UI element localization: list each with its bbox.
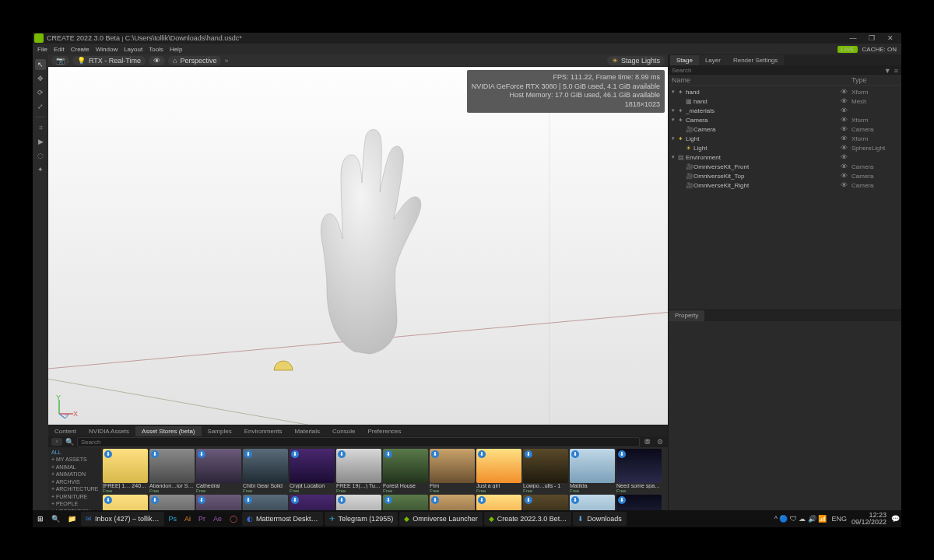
menu-window[interactable]: Window — [96, 46, 118, 53]
download-icon[interactable]: ⬇ — [478, 450, 486, 458]
settings-icon[interactable]: ⚙ — [655, 438, 665, 446]
move-tool[interactable]: ✥ — [35, 73, 46, 84]
taskbar-item[interactable]: ✉Inbox (427) – tollik… — [81, 512, 164, 526]
view-menu[interactable]: 👁 — [149, 56, 165, 65]
camera-menu[interactable]: 📷 — [51, 56, 69, 65]
tree-row[interactable]: ▾✦hand👁Xform — [669, 87, 901, 96]
download-icon[interactable]: ⬇ — [291, 496, 299, 504]
taskbar-item[interactable]: ⊞ — [34, 512, 47, 526]
asset-card[interactable]: ⬇MatildaFree — [570, 449, 615, 493]
asset-grid[interactable]: ⬇[FREE] 1… 240k GTFree⬇Abandon…lor Scene… — [101, 447, 668, 518]
stage-tree[interactable]: ▾✦hand👁Xform ▦hand👁Mesh▾✦_materials👁▾✦Ca… — [669, 86, 901, 191]
download-icon[interactable]: ⬇ — [525, 450, 532, 458]
taskbar-item[interactable]: ◆Create 2022.3.0 Bet… — [484, 512, 572, 526]
tree-row[interactable]: ▦hand👁Mesh — [669, 96, 901, 106]
download-icon[interactable]: ⬇ — [291, 450, 299, 458]
tab-layer[interactable]: Layer — [699, 55, 727, 65]
tree-row[interactable]: ▾✦_materials👁 — [669, 106, 901, 115]
download-icon[interactable]: ⬇ — [151, 450, 159, 458]
download-icon[interactable]: ⬇ — [431, 496, 439, 504]
download-icon[interactable]: ⬇ — [478, 496, 486, 504]
taskbar-item[interactable]: ◆Omniverse Launcher — [399, 512, 483, 526]
tree-row[interactable]: ▾✦Camera👁Xform — [669, 115, 901, 124]
asset-card[interactable]: ⬇[FREE] 1… 240k GTFree — [103, 449, 148, 493]
download-icon[interactable]: ⬇ — [198, 450, 205, 458]
tree-row[interactable]: ▾✦Light👁Xform — [669, 134, 901, 143]
download-icon[interactable]: ⬇ — [618, 496, 626, 504]
misc-tool-1[interactable]: ◌ — [35, 150, 46, 161]
taskbar-item[interactable]: ◐Mattermost Deskt… — [242, 512, 323, 526]
asset-card[interactable]: ⬇CathedralFree — [196, 449, 241, 493]
filter-icon[interactable]: ⛃ — [643, 438, 652, 446]
stage-search-input[interactable] — [672, 67, 884, 74]
download-icon[interactable]: ⬇ — [104, 450, 112, 458]
play-tool[interactable]: ▶ — [35, 136, 46, 147]
tab-nvidia[interactable]: NVIDIA Assets — [83, 426, 135, 436]
asset-card[interactable]: ⬇Abandon…lor SceneFree — [149, 449, 195, 493]
tree-row[interactable]: 🎥OmniverseKit_Top👁Camera — [669, 171, 901, 180]
tab-asset-stores[interactable]: Asset Stores (beta) — [135, 426, 201, 436]
tab-materials[interactable]: Materials — [289, 426, 326, 436]
asset-card[interactable]: ⬇FREE 19(…) TurboFree — [336, 449, 381, 493]
tab-property[interactable]: Property — [669, 310, 704, 321]
cache-indicator[interactable]: CACHE: ON — [862, 46, 897, 53]
titlebar[interactable]: CREATE 2022.3.0 Beta | C:\Users\tollik\D… — [33, 33, 901, 44]
asset-search-input[interactable] — [77, 437, 640, 447]
tree-row[interactable]: 🎥Camera👁Camera — [669, 124, 901, 134]
download-icon[interactable]: ⬇ — [338, 496, 346, 504]
tab-samples[interactable]: Samples — [202, 426, 238, 436]
light-gizmo[interactable] — [272, 356, 294, 372]
taskbar-item[interactable]: Pr — [195, 512, 209, 526]
tree-row[interactable]: 🎥OmniverseKit_Front👁Camera — [669, 162, 901, 171]
download-icon[interactable]: ⬇ — [618, 450, 626, 458]
download-icon[interactable]: ⬇ — [384, 496, 392, 504]
tab-preferences[interactable]: Preferences — [361, 426, 407, 436]
axis-gizmo[interactable]: Y X Z — [54, 395, 78, 418]
taskbar-item[interactable]: Ps — [166, 512, 181, 526]
options-icon[interactable]: ≡ — [894, 67, 898, 75]
download-icon[interactable]: ⬇ — [244, 496, 252, 504]
os-taskbar[interactable]: ⊞🔍📁✉Inbox (427) – tollik…PsAiPrAe◯◐Matte… — [33, 510, 901, 527]
render-mode-menu[interactable]: 💡RTX - Real-Time — [72, 56, 146, 65]
menu-create[interactable]: Create — [71, 46, 90, 53]
asset-back-button[interactable]: ‹ — [51, 438, 62, 446]
taskbar-item[interactable]: ⬇Downloads — [573, 512, 627, 526]
tray-icons[interactable]: ^ 🔵 🛡 ☁ 🔊 📶 — [774, 515, 827, 523]
download-icon[interactable]: ⬇ — [384, 450, 392, 458]
download-icon[interactable]: ⬇ — [244, 450, 252, 458]
download-icon[interactable]: ⬇ — [151, 496, 159, 504]
download-icon[interactable]: ⬇ — [571, 496, 579, 504]
stage-lights-toggle[interactable]: ☀Stage Lights — [607, 56, 665, 65]
rotate-tool[interactable]: ⟳ — [35, 87, 46, 98]
download-icon[interactable]: ⬇ — [431, 450, 439, 458]
menu-layout[interactable]: Layout — [124, 46, 142, 53]
asset-card[interactable]: ⬇Forest HouseFree — [383, 449, 428, 493]
minimize-button[interactable]: — — [844, 34, 862, 42]
viewport[interactable]: Y X Z FPS: 111.22, Frame time: 8.99 ms N… — [48, 67, 668, 425]
taskbar-item[interactable]: ✈Telegram (12955) — [325, 512, 399, 526]
menu-help[interactable]: Help — [170, 46, 182, 53]
tab-content[interactable]: Content — [48, 426, 83, 436]
hand-mesh[interactable] — [280, 122, 436, 355]
taskbar-item[interactable]: Ae — [210, 512, 225, 526]
misc-tool-2[interactable]: ✦ — [35, 164, 46, 175]
tab-stage[interactable]: Stage — [670, 55, 699, 65]
asset-card[interactable]: ⬇Chibi Gear SolidFree — [243, 449, 288, 493]
taskbar-item[interactable]: ◯ — [226, 512, 241, 526]
asset-card[interactable]: ⬇FtmFree — [430, 449, 475, 493]
asset-card[interactable]: ⬇Need some space?Free — [616, 449, 662, 493]
asset-card[interactable]: ⬇Crypt LocationFree — [290, 449, 335, 493]
download-icon[interactable]: ⬇ — [571, 450, 579, 458]
tree-row[interactable]: ☀Light👁SphereLight — [669, 143, 901, 152]
filter-icon[interactable]: ▼ — [884, 67, 891, 75]
scale-tool[interactable]: ⤢ — [35, 101, 46, 112]
notifications-icon[interactable]: 💬 — [891, 515, 900, 523]
taskbar-item[interactable]: 🔍 — [48, 512, 63, 526]
chevron-right-icon[interactable]: » — [224, 57, 228, 65]
download-icon[interactable]: ⬇ — [338, 450, 346, 458]
keyboard-lang[interactable]: ENG — [831, 515, 847, 523]
asset-card[interactable]: ⬇Lowpo…ulls - 1Free — [523, 449, 568, 493]
tab-render-settings[interactable]: Render Settings — [727, 55, 784, 65]
taskbar-item[interactable]: Ai — [181, 512, 194, 526]
menu-edit[interactable]: Edit — [54, 46, 65, 53]
